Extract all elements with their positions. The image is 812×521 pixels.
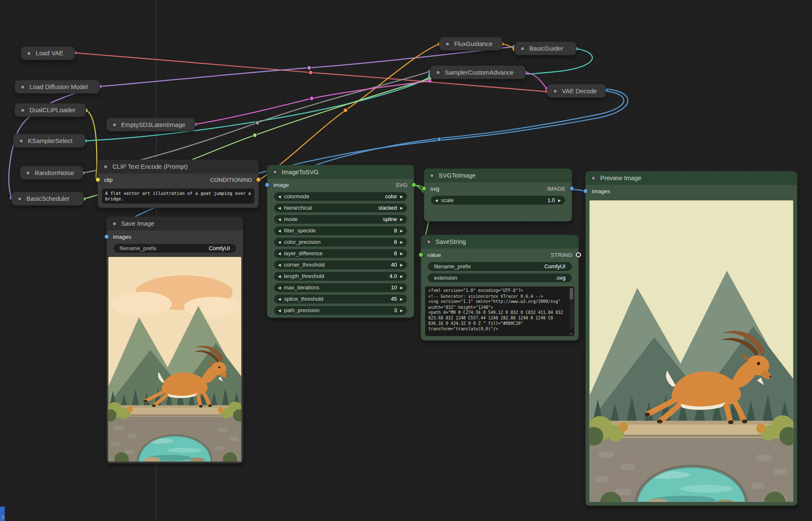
- collapse-dot-icon[interactable]: [435, 70, 440, 75]
- collapse-dot-icon[interactable]: [27, 51, 32, 56]
- left-arrow-icon[interactable]: ◀: [278, 286, 281, 289]
- right-arrow-icon[interactable]: ▶: [400, 194, 403, 198]
- node-header[interactable]: CLIP Text Encode (Prompt): [98, 160, 259, 173]
- node-load-diffusion-model[interactable]: Load Diffusion Model: [14, 80, 100, 94]
- right-arrow-icon[interactable]: ▶: [400, 206, 403, 210]
- node-flux-guidance[interactable]: FluxGuidance: [439, 37, 502, 51]
- left-arrow-icon[interactable]: ◀: [278, 274, 281, 278]
- node-empty-sd3-latent-image[interactable]: EmptySD3LatentImage: [106, 118, 195, 132]
- node-vae-decode[interactable]: VAE Decode: [547, 84, 606, 98]
- image-output-port[interactable]: [569, 186, 574, 191]
- widget-filter-speckle[interactable]: ◀ filter_speckle 8 ▶: [274, 226, 407, 235]
- string-preview-box[interactable]: <?xml version="1.0" encoding="UTF-8"?> <…: [425, 286, 575, 336]
- image-input-port[interactable]: [264, 182, 270, 187]
- images-input-port[interactable]: [583, 188, 588, 193]
- right-arrow-icon[interactable]: ▶: [558, 198, 561, 202]
- right-arrow-icon[interactable]: ▶: [400, 229, 403, 232]
- collapse-dot-icon[interactable]: [17, 196, 22, 201]
- widget-color-precision[interactable]: ◀ color_precision 6 ▶: [274, 238, 407, 246]
- left-arrow-icon[interactable]: ◀: [278, 251, 281, 255]
- widget-extension[interactable]: extension .svg: [428, 273, 572, 282]
- widget-splice-threshold[interactable]: ◀ splice_threshold 45 ▶: [274, 294, 407, 303]
- scrollbar-thumb[interactable]: [569, 288, 573, 300]
- node-sampler-custom-advance[interactable]: SamplerCustomAdvance: [430, 65, 526, 79]
- clip-input-port[interactable]: [95, 177, 100, 182]
- left-arrow-icon[interactable]: ◀: [278, 263, 281, 267]
- collapse-dot-icon[interactable]: [112, 221, 117, 226]
- left-arrow-icon[interactable]: ◀: [278, 308, 281, 312]
- preview-image-output[interactable]: [589, 200, 793, 502]
- right-arrow-icon[interactable]: ▶: [400, 308, 403, 312]
- left-arrow-icon[interactable]: ◀: [278, 206, 281, 210]
- node-ksampler-select[interactable]: KSamplerSelect: [13, 134, 86, 148]
- collapse-dot-icon[interactable]: [25, 170, 30, 175]
- node-basic-scheduler[interactable]: BasicScheduler: [11, 192, 84, 205]
- collapse-dot-icon[interactable]: [20, 84, 25, 89]
- graph-canvas[interactable]: Load VAE Load Diffusion Model DualCLIPLo…: [0, 0, 812, 521]
- node-header[interactable]: ImageToSVG: [267, 165, 413, 179]
- svg-input-port[interactable]: [421, 186, 426, 191]
- reroute-dot[interactable]: [310, 96, 314, 100]
- node-random-noise[interactable]: RandomNoise: [20, 166, 83, 180]
- saved-image-preview[interactable]: [108, 257, 242, 462]
- scroll-down-icon[interactable]: ⌄: [569, 331, 573, 336]
- node-basic-guider[interactable]: BasicGuider: [514, 41, 576, 55]
- reroute-dot[interactable]: [437, 137, 441, 141]
- collapse-dot-icon[interactable]: [591, 175, 596, 181]
- reroute-dot[interactable]: [343, 108, 348, 113]
- widget-layer-difference[interactable]: ◀ layer_difference 8 ▶: [274, 249, 407, 258]
- widget-filename-prefix[interactable]: filename_prefix ComfyUI: [428, 262, 572, 271]
- widget-max-iterations[interactable]: ◀ max_iterations 10 ▶: [274, 283, 407, 292]
- right-arrow-icon[interactable]: ▶: [400, 274, 403, 278]
- svg-output-port[interactable]: [411, 182, 416, 187]
- left-arrow-icon[interactable]: ◀: [278, 217, 281, 221]
- left-arrow-icon[interactable]: ◀: [278, 229, 281, 232]
- widget-scale[interactable]: ◀ scale 1.0 ▶: [431, 195, 565, 204]
- scrollbar[interactable]: [569, 288, 573, 329]
- widget-mode[interactable]: ◀ mode spline ▶: [274, 215, 407, 224]
- widget-corner-threshold[interactable]: ◀ corner_threshold 40 ▶: [274, 260, 407, 269]
- node-clip-text-encode[interactable]: CLIP Text Encode (Prompt) clip CONDITION…: [97, 159, 259, 208]
- widget-colormode[interactable]: ◀ colormode color ▶: [274, 192, 407, 201]
- widget-filename-prefix[interactable]: filename_prefix ComfyUI: [113, 244, 236, 253]
- prompt-textarea[interactable]: A flat vector art illustration of a goat…: [102, 189, 254, 204]
- node-save-string[interactable]: SaveString value STRING filename_prefix …: [421, 235, 579, 341]
- left-arrow-icon[interactable]: ◀: [278, 240, 281, 244]
- node-header[interactable]: SaveString: [421, 235, 578, 248]
- node-dual-clip-loader[interactable]: DualCLIPLoader: [14, 103, 86, 117]
- string-output-port[interactable]: [576, 252, 581, 257]
- collapse-dot-icon[interactable]: [272, 169, 278, 174]
- widget-hierarchical[interactable]: ◀ hierarchical stacked ▶: [274, 203, 407, 212]
- collapse-dot-icon[interactable]: [429, 173, 434, 178]
- node-svg-to-image[interactable]: SVGToImage svg IMAGE ◀ scale 1.0 ▶: [424, 168, 572, 221]
- collapse-dot-icon[interactable]: [553, 88, 558, 93]
- left-arrow-icon[interactable]: ◀: [278, 297, 281, 301]
- reroute-dot[interactable]: [307, 66, 311, 70]
- collapse-dot-icon[interactable]: [520, 46, 525, 51]
- reroute-dot[interactable]: [253, 133, 257, 138]
- collapse-dot-icon[interactable]: [112, 122, 117, 127]
- sampler-latent-input-port[interactable]: [428, 79, 432, 83]
- collapse-dot-icon[interactable]: [103, 164, 108, 169]
- collapse-dot-icon[interactable]: [19, 138, 24, 143]
- node-preview-image[interactable]: Preview Image images: [585, 171, 797, 506]
- node-header[interactable]: Save Image: [107, 217, 243, 230]
- node-header[interactable]: Preview Image: [586, 171, 797, 185]
- widget-path-precision[interactable]: ◀ path_precision 3 ▶: [274, 306, 407, 315]
- collapse-dot-icon[interactable]: [445, 41, 450, 46]
- node-image-to-svg[interactable]: ImageToSVG image SVG ◀ colormode color ▶…: [267, 165, 414, 318]
- value-input-port[interactable]: [418, 252, 424, 257]
- left-arrow-icon[interactable]: ◀: [435, 198, 438, 202]
- right-arrow-icon[interactable]: ▶: [400, 297, 403, 301]
- images-input-port[interactable]: [104, 234, 109, 239]
- right-arrow-icon[interactable]: ▶: [400, 263, 403, 267]
- widget-length-threshold[interactable]: ◀ length_threshold 4.0 ▶: [274, 272, 407, 281]
- collapse-dot-icon[interactable]: [20, 108, 25, 113]
- conditioning-output-port[interactable]: [256, 177, 261, 182]
- right-arrow-icon[interactable]: ▶: [400, 240, 403, 244]
- left-arrow-icon[interactable]: ◀: [278, 194, 281, 198]
- right-arrow-icon[interactable]: ▶: [400, 217, 403, 221]
- right-arrow-icon[interactable]: ▶: [400, 251, 403, 255]
- reroute-dot[interactable]: [255, 121, 259, 125]
- node-header[interactable]: SVGToImage: [424, 169, 572, 182]
